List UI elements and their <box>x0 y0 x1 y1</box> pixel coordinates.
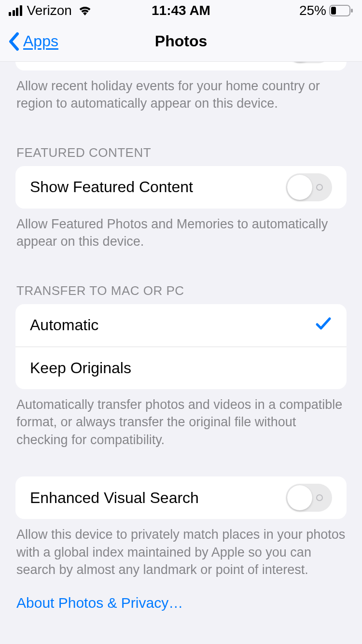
back-button[interactable]: Apps <box>8 32 58 51</box>
show-featured-content-toggle[interactable] <box>286 173 332 201</box>
enhanced-visual-search-toggle[interactable] <box>286 484 332 512</box>
transfer-keep-originals-label: Keep Originals <box>30 359 332 377</box>
toggle-off-indicator-icon <box>316 184 323 191</box>
featured-content-footer: Allow Featured Photos and Memories to au… <box>0 209 362 251</box>
back-label: Apps <box>23 32 58 50</box>
show-holiday-events-row[interactable]: Show Holiday Events <box>15 62 347 70</box>
enhanced-visual-search-footer: Allow this device to privately match pla… <box>0 519 362 578</box>
transfer-keep-originals-row[interactable]: Keep Originals <box>15 347 347 389</box>
featured-content-card: Show Featured Content <box>15 166 347 209</box>
chevron-left-icon <box>8 32 20 51</box>
toggle-knob-icon <box>287 175 312 200</box>
transfer-automatic-row[interactable]: Automatic <box>15 304 347 347</box>
holiday-events-card: Show Holiday Events <box>15 62 347 70</box>
transfer-footer: Automatically transfer photos and videos… <box>0 389 362 448</box>
nav-bar: Apps Photos <box>0 21 362 62</box>
checkmark-icon <box>315 315 332 336</box>
show-featured-content-label: Show Featured Content <box>30 178 286 196</box>
toggle-off-indicator-icon <box>316 494 323 501</box>
status-left: Verizon <box>9 3 92 18</box>
svg-rect-1 <box>351 9 353 13</box>
wifi-icon <box>78 5 92 16</box>
transfer-card: Automatic Keep Originals <box>15 304 347 389</box>
holiday-events-footer: Allow recent holiday events for your hom… <box>0 70 362 112</box>
clock: 11:43 AM <box>152 3 210 18</box>
transfer-automatic-label: Automatic <box>30 316 315 334</box>
page-title: Photos <box>155 32 207 50</box>
status-right: 25% <box>299 3 353 18</box>
enhanced-visual-search-label: Enhanced Visual Search <box>30 489 286 507</box>
carrier-label: Verizon <box>27 3 72 18</box>
enhanced-visual-search-row[interactable]: Enhanced Visual Search <box>15 476 347 519</box>
about-photos-privacy-link[interactable]: About Photos & Privacy… <box>0 578 362 611</box>
show-featured-content-row[interactable]: Show Featured Content <box>15 166 347 209</box>
enhanced-visual-search-card: Enhanced Visual Search <box>15 476 347 519</box>
battery-percentage: 25% <box>299 3 326 18</box>
svg-rect-2 <box>331 7 336 14</box>
transfer-header: TRANSFER TO MAC OR PC <box>0 283 362 304</box>
settings-content: Show Holiday Events Allow recent holiday… <box>0 62 362 644</box>
status-bar: Verizon 11:43 AM 25% <box>0 0 362 21</box>
show-holiday-events-toggle[interactable] <box>286 62 332 63</box>
cellular-signal-icon <box>9 5 22 16</box>
battery-icon <box>329 5 353 16</box>
toggle-knob-icon <box>287 485 312 510</box>
featured-content-header: FEATURED CONTENT <box>0 145 362 166</box>
